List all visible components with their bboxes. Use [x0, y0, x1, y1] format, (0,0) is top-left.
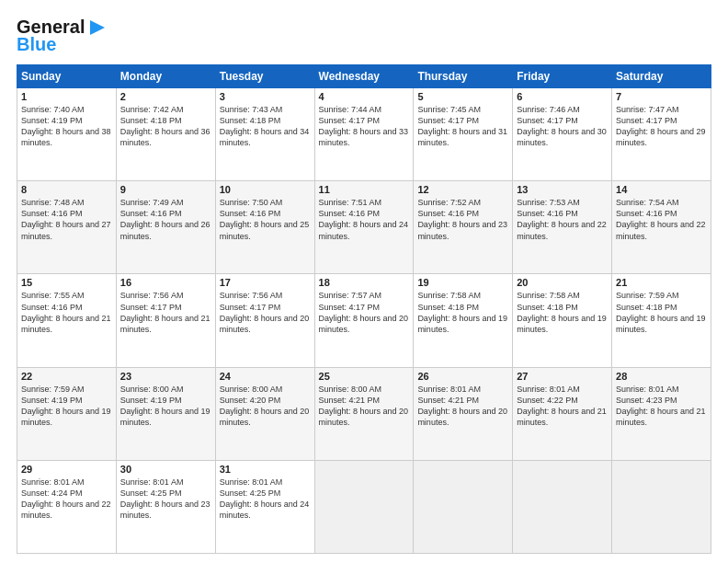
weekday-header-saturday: Saturday — [612, 65, 711, 88]
calendar-cell: 30Sunrise: 8:01 AMSunset: 4:25 PMDayligh… — [116, 460, 215, 553]
day-number: 17 — [220, 277, 311, 288]
calendar-cell: 23Sunrise: 8:00 AMSunset: 4:19 PMDayligh… — [116, 367, 215, 460]
day-number: 31 — [220, 464, 311, 475]
calendar-cell: 7Sunrise: 7:47 AMSunset: 4:17 PMDaylight… — [612, 88, 711, 181]
weekday-header-sunday: Sunday — [17, 65, 117, 88]
calendar-cell: 8Sunrise: 7:48 AMSunset: 4:16 PMDaylight… — [17, 181, 117, 274]
calendar-cell: 21Sunrise: 7:59 AMSunset: 4:18 PMDayligh… — [612, 274, 711, 367]
cell-info: Sunrise: 7:49 AMSunset: 4:16 PMDaylight:… — [120, 197, 211, 242]
weekday-header-row: SundayMondayTuesdayWednesdayThursdayFrid… — [17, 65, 711, 88]
calendar-cell: 26Sunrise: 8:01 AMSunset: 4:21 PMDayligh… — [414, 367, 513, 460]
weekday-header-monday: Monday — [116, 65, 215, 88]
calendar-table: SundayMondayTuesdayWednesdayThursdayFrid… — [17, 64, 711, 554]
weekday-header-wednesday: Wednesday — [314, 65, 414, 88]
calendar-cell: 24Sunrise: 8:00 AMSunset: 4:20 PMDayligh… — [215, 367, 314, 460]
day-number: 12 — [417, 184, 508, 195]
day-number: 21 — [616, 277, 707, 288]
calendar-cell: 6Sunrise: 7:46 AMSunset: 4:17 PMDaylight… — [513, 88, 612, 181]
day-number: 18 — [319, 277, 410, 288]
calendar-cell: 12Sunrise: 7:52 AMSunset: 4:16 PMDayligh… — [414, 181, 513, 274]
cell-info: Sunrise: 7:40 AMSunset: 4:19 PMDaylight:… — [21, 104, 112, 149]
day-number: 15 — [21, 277, 112, 288]
calendar-cell: 5Sunrise: 7:45 AMSunset: 4:17 PMDaylight… — [414, 88, 513, 181]
cell-info: Sunrise: 8:00 AMSunset: 4:21 PMDaylight:… — [319, 384, 410, 429]
calendar-cell: 15Sunrise: 7:55 AMSunset: 4:16 PMDayligh… — [17, 274, 117, 367]
cell-info: Sunrise: 8:01 AMSunset: 4:21 PMDaylight:… — [417, 384, 508, 429]
cell-info: Sunrise: 7:44 AMSunset: 4:17 PMDaylight:… — [319, 104, 410, 149]
svg-marker-0 — [90, 20, 105, 35]
calendar-cell: 19Sunrise: 7:58 AMSunset: 4:18 PMDayligh… — [414, 274, 513, 367]
calendar-cell: 29Sunrise: 8:01 AMSunset: 4:24 PMDayligh… — [17, 460, 117, 553]
day-number: 20 — [517, 277, 608, 288]
calendar-cell — [414, 460, 513, 553]
day-number: 5 — [417, 91, 508, 102]
day-number: 1 — [21, 91, 112, 102]
cell-info: Sunrise: 7:59 AMSunset: 4:18 PMDaylight:… — [616, 290, 707, 335]
day-number: 24 — [220, 371, 311, 382]
cell-info: Sunrise: 8:01 AMSunset: 4:22 PMDaylight:… — [517, 384, 608, 429]
day-number: 22 — [21, 371, 112, 382]
weekday-header-friday: Friday — [513, 65, 612, 88]
day-number: 11 — [319, 184, 410, 195]
logo: General Blue — [17, 17, 107, 55]
cell-info: Sunrise: 8:01 AMSunset: 4:25 PMDaylight:… — [220, 477, 311, 522]
week-row-3: 15Sunrise: 7:55 AMSunset: 4:16 PMDayligh… — [17, 274, 711, 367]
cell-info: Sunrise: 7:48 AMSunset: 4:16 PMDaylight:… — [21, 197, 112, 242]
day-number: 19 — [417, 277, 508, 288]
cell-info: Sunrise: 8:01 AMSunset: 4:24 PMDaylight:… — [21, 477, 112, 522]
cell-info: Sunrise: 7:58 AMSunset: 4:18 PMDaylight:… — [417, 290, 508, 335]
logo-blue: Blue — [17, 34, 56, 55]
calendar-cell: 10Sunrise: 7:50 AMSunset: 4:16 PMDayligh… — [215, 181, 314, 274]
day-number: 10 — [220, 184, 311, 195]
calendar-cell: 2Sunrise: 7:42 AMSunset: 4:18 PMDaylight… — [116, 88, 215, 181]
cell-info: Sunrise: 8:01 AMSunset: 4:23 PMDaylight:… — [616, 384, 707, 429]
cell-info: Sunrise: 7:54 AMSunset: 4:16 PMDaylight:… — [616, 197, 707, 242]
day-number: 7 — [616, 91, 707, 102]
cell-info: Sunrise: 7:57 AMSunset: 4:17 PMDaylight:… — [319, 290, 410, 335]
calendar-cell: 20Sunrise: 7:58 AMSunset: 4:18 PMDayligh… — [513, 274, 612, 367]
day-number: 8 — [21, 184, 112, 195]
week-row-4: 22Sunrise: 7:59 AMSunset: 4:19 PMDayligh… — [17, 367, 711, 460]
calendar-cell: 31Sunrise: 8:01 AMSunset: 4:25 PMDayligh… — [215, 460, 314, 553]
day-number: 6 — [517, 91, 608, 102]
calendar-cell: 11Sunrise: 7:51 AMSunset: 4:16 PMDayligh… — [314, 181, 414, 274]
calendar-cell: 28Sunrise: 8:01 AMSunset: 4:23 PMDayligh… — [612, 367, 711, 460]
day-number: 27 — [517, 371, 608, 382]
cell-info: Sunrise: 7:55 AMSunset: 4:16 PMDaylight:… — [21, 290, 112, 335]
cell-info: Sunrise: 7:47 AMSunset: 4:17 PMDaylight:… — [616, 104, 707, 149]
calendar-cell — [314, 460, 414, 553]
day-number: 14 — [616, 184, 707, 195]
day-number: 25 — [319, 371, 410, 382]
day-number: 16 — [120, 277, 211, 288]
day-number: 2 — [120, 91, 211, 102]
cell-info: Sunrise: 7:52 AMSunset: 4:16 PMDaylight:… — [417, 197, 508, 242]
calendar-cell: 14Sunrise: 7:54 AMSunset: 4:16 PMDayligh… — [612, 181, 711, 274]
day-number: 23 — [120, 371, 211, 382]
calendar-cell: 4Sunrise: 7:44 AMSunset: 4:17 PMDaylight… — [314, 88, 414, 181]
cell-info: Sunrise: 8:00 AMSunset: 4:19 PMDaylight:… — [120, 384, 211, 429]
week-row-5: 29Sunrise: 8:01 AMSunset: 4:24 PMDayligh… — [17, 460, 711, 553]
day-number: 3 — [220, 91, 311, 102]
day-number: 30 — [120, 464, 211, 475]
day-number: 13 — [517, 184, 608, 195]
page: General Blue SundayMondayTuesdayWednesda… — [0, 0, 728, 563]
calendar-cell: 17Sunrise: 7:56 AMSunset: 4:17 PMDayligh… — [215, 274, 314, 367]
calendar-cell: 18Sunrise: 7:57 AMSunset: 4:17 PMDayligh… — [314, 274, 414, 367]
cell-info: Sunrise: 7:51 AMSunset: 4:16 PMDaylight:… — [319, 197, 410, 242]
cell-info: Sunrise: 7:50 AMSunset: 4:16 PMDaylight:… — [220, 197, 311, 242]
logo-triangle-icon — [88, 18, 107, 37]
weekday-header-thursday: Thursday — [414, 65, 513, 88]
week-row-2: 8Sunrise: 7:48 AMSunset: 4:16 PMDaylight… — [17, 181, 711, 274]
calendar-cell — [513, 460, 612, 553]
header: General Blue — [17, 17, 711, 55]
day-number: 29 — [21, 464, 112, 475]
cell-info: Sunrise: 8:01 AMSunset: 4:25 PMDaylight:… — [120, 477, 211, 522]
calendar-cell: 9Sunrise: 7:49 AMSunset: 4:16 PMDaylight… — [116, 181, 215, 274]
calendar-cell: 27Sunrise: 8:01 AMSunset: 4:22 PMDayligh… — [513, 367, 612, 460]
cell-info: Sunrise: 7:42 AMSunset: 4:18 PMDaylight:… — [120, 104, 211, 149]
calendar-cell — [612, 460, 711, 553]
day-number: 28 — [616, 371, 707, 382]
calendar-cell: 3Sunrise: 7:43 AMSunset: 4:18 PMDaylight… — [215, 88, 314, 181]
calendar-cell: 1Sunrise: 7:40 AMSunset: 4:19 PMDaylight… — [17, 88, 117, 181]
calendar-cell: 13Sunrise: 7:53 AMSunset: 4:16 PMDayligh… — [513, 181, 612, 274]
